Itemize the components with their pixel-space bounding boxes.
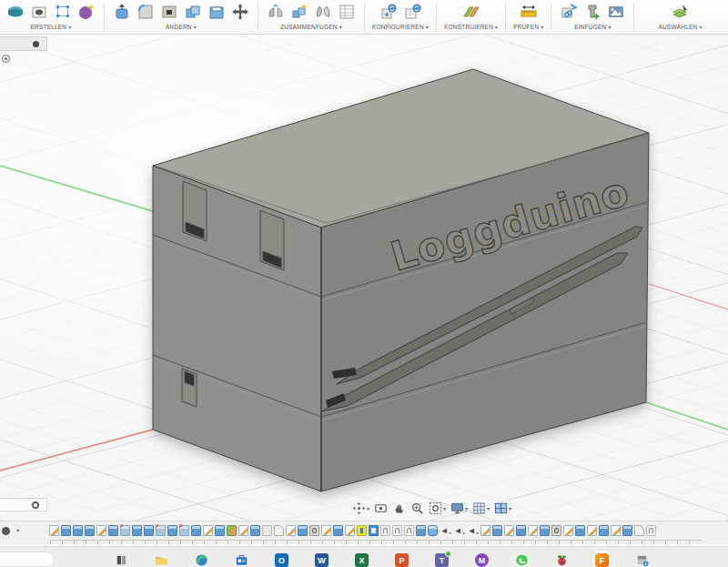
- timeline-feature-sketch[interactable]: [203, 525, 213, 536]
- taskbar-app-outlook[interactable]: O: [275, 553, 288, 567]
- press-pull-icon[interactable]: [112, 2, 132, 22]
- timeline-feature-extrude[interactable]: [250, 525, 260, 536]
- taskbar-app-raspberry[interactable]: [555, 553, 569, 567]
- toolbar-group-label[interactable]: KONSTRUIEREN: [444, 24, 493, 30]
- taskbar-app-store[interactable]: [235, 553, 248, 567]
- timeline-feature-extrude[interactable]: [540, 525, 550, 536]
- timeline-feature-combine-active[interactable]: [357, 525, 367, 536]
- taskbar-app-excel[interactable]: X: [355, 553, 369, 567]
- timeline-feature-extrude[interactable]: [61, 525, 71, 536]
- timeline-feature-extrude[interactable]: [132, 525, 142, 536]
- timeline-feature-extrude[interactable]: [599, 525, 609, 536]
- timeline-feature-sketch[interactable]: [587, 525, 597, 536]
- browser-panel-collapsed[interactable]: [0, 36, 47, 51]
- toolbar-group-label[interactable]: ERSTELLEN: [31, 24, 67, 30]
- toolbar-group-label[interactable]: ÄNDERN: [166, 24, 192, 30]
- plane-icon[interactable]: [461, 2, 481, 22]
- taskbar-app-slicer[interactable]: [635, 553, 649, 567]
- grid-settings-icon[interactable]: ▾: [471, 501, 490, 515]
- taskbar-app-powerpoint[interactable]: P: [395, 553, 409, 567]
- pan-icon[interactable]: [391, 501, 407, 515]
- fit-icon[interactable]: ▾: [428, 501, 447, 515]
- new-component-icon[interactable]: [289, 2, 309, 22]
- timeline-feature-extrude[interactable]: [191, 525, 201, 536]
- timeline-feature-sketch[interactable]: [286, 525, 296, 536]
- timeline-position-marker[interactable]: [2, 527, 10, 535]
- comments-panel-collapsed[interactable]: [0, 498, 47, 511]
- timeline-feature-revolve[interactable]: [551, 525, 561, 536]
- taskbar-app-file-explorer[interactable]: [155, 553, 168, 567]
- move-icon[interactable]: [230, 2, 250, 22]
- timeline-feature-joint[interactable]: [392, 525, 402, 536]
- timeline-feature-error[interactable]: [156, 525, 166, 536]
- taskbar-search-box[interactable]: [0, 552, 55, 567]
- timeline-feature-extrude[interactable]: [108, 525, 118, 536]
- orbit-icon[interactable]: ▾: [351, 501, 370, 515]
- toolbar-group-label[interactable]: KONFIGURIEREN: [372, 24, 424, 30]
- timeline-feature-lightbox[interactable]: [262, 525, 272, 536]
- canvas-icon[interactable]: [606, 2, 626, 22]
- timeline-feature-extrude[interactable]: [622, 525, 632, 536]
- timeline-feature-fillet[interactable]: [634, 525, 644, 536]
- fastener-icon[interactable]: [582, 2, 602, 22]
- taskbar-app-edge[interactable]: [195, 553, 208, 567]
- timeline-feature-error[interactable]: [120, 525, 130, 536]
- timeline-feature-extrude[interactable]: [575, 525, 585, 536]
- fillet-icon[interactable]: [136, 2, 156, 22]
- timeline-feature-joint[interactable]: [380, 525, 390, 536]
- timeline-feature-joint[interactable]: [646, 525, 656, 536]
- timeline-feature-sketch[interactable]: [321, 525, 331, 536]
- combine-icon[interactable]: [183, 2, 203, 22]
- timeline-feature-presspull[interactable]: [428, 525, 438, 536]
- timeline-feature-extrude[interactable]: [516, 525, 526, 536]
- taskbar-app-apps[interactable]: [115, 553, 128, 567]
- configure-icon[interactable]: [379, 2, 399, 22]
- loft-icon[interactable]: [29, 2, 49, 22]
- timeline-step-back-button[interactable]: [16, 526, 19, 535]
- toolbar-group-label[interactable]: EINFÜGEN: [574, 24, 606, 30]
- timeline-feature-joint[interactable]: [404, 525, 414, 536]
- taskbar-app-whatsapp[interactable]: [515, 553, 529, 567]
- timeline-feature-arrow[interactable]: [467, 525, 479, 536]
- viewport-3d[interactable]: Loggduino ▾▾▾▾▾: [0, 35, 728, 521]
- display-settings-icon[interactable]: ▾: [450, 501, 469, 515]
- timeline-feature-sketch[interactable]: [528, 525, 538, 536]
- taskbar-app-m365[interactable]: M: [475, 553, 489, 567]
- timeline-feature-extrude[interactable]: [167, 525, 177, 536]
- form-sphere-icon[interactable]: [76, 2, 96, 22]
- timeline-feature-sketch[interactable]: [504, 525, 514, 536]
- viewports-icon[interactable]: ▾: [493, 501, 512, 515]
- timeline-feature-sketch[interactable]: [49, 525, 59, 536]
- timeline-feature-arrow[interactable]: [440, 525, 451, 536]
- create-sketch-icon[interactable]: [53, 2, 73, 22]
- timeline-feature-sketch[interactable]: [480, 525, 490, 536]
- timeline-feature-extrude[interactable]: [416, 525, 426, 536]
- timeline-feature-extrude[interactable]: [492, 525, 502, 536]
- toolbar-group-label[interactable]: PRÜFEN: [513, 24, 539, 30]
- form-box-icon[interactable]: [5, 2, 25, 22]
- toolbar-group-label[interactable]: ZUSAMMENFÜGEN: [280, 24, 338, 30]
- timeline-feature-fillet[interactable]: [274, 525, 284, 536]
- toolbar-group-label[interactable]: AUSWÄHLEN: [658, 24, 697, 30]
- timeline-feature-arrow[interactable]: [453, 525, 465, 536]
- shell-icon[interactable]: [207, 2, 227, 22]
- timeline-feature-extrude[interactable]: [298, 525, 308, 536]
- taskbar-app-word[interactable]: W: [315, 553, 329, 567]
- timeline-feature-extrude[interactable]: [215, 525, 225, 536]
- timeline-feature-sketch[interactable]: [238, 525, 248, 536]
- timeline-feature-error[interactable]: [179, 525, 189, 536]
- config-table-icon[interactable]: [402, 2, 422, 22]
- timeline-feature-sketch-active[interactable]: [369, 525, 379, 536]
- timeline-feature-extrude[interactable]: [85, 525, 95, 536]
- taskbar-app-teams[interactable]: T: [435, 553, 449, 567]
- timeline-feature-plane[interactable]: [227, 525, 237, 536]
- timeline-feature-extrude[interactable]: [333, 525, 343, 536]
- timeline-feature-sketch[interactable]: [96, 525, 106, 536]
- timeline-feature-extrude[interactable]: [144, 525, 154, 536]
- timeline-feature-sketch[interactable]: [611, 525, 621, 536]
- measure-icon[interactable]: [519, 2, 539, 22]
- taskbar-app-fusion[interactable]: F: [595, 553, 609, 567]
- select-icon[interactable]: [671, 2, 691, 22]
- timeline-feature-revolve[interactable]: [309, 525, 319, 536]
- joint-pair-icon[interactable]: [313, 2, 333, 22]
